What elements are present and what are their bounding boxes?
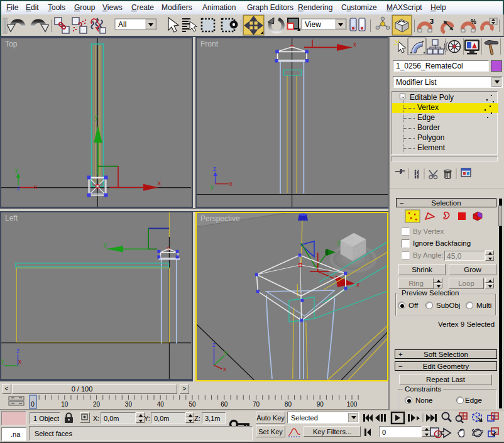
svg-text:View: View [305, 20, 321, 29]
svg-text:y: y [95, 114, 98, 121]
svg-text:y: y [1, 358, 4, 364]
svg-text:y: y [337, 239, 341, 246]
svg-text:3: 3 [430, 18, 434, 25]
svg-text:z: z [212, 341, 216, 348]
svg-text:%: % [471, 18, 476, 25]
svg-text:y: y [211, 183, 214, 190]
svg-text:y: y [15, 167, 18, 173]
svg-text:x: x [34, 183, 37, 190]
svg-text:y: y [224, 349, 227, 356]
svg-text:z: z [17, 185, 20, 192]
svg-text:All: All [118, 20, 126, 29]
svg-text:y: y [104, 241, 107, 248]
svg-text:z: z [213, 165, 216, 172]
svg-text:x: x [18, 358, 21, 365]
svg-text:x: x [229, 180, 233, 187]
svg-text:x: x [158, 180, 161, 187]
svg-text:z: z [16, 347, 19, 354]
svg-text:x: x [353, 41, 356, 48]
svg-text:x: x [223, 366, 226, 373]
